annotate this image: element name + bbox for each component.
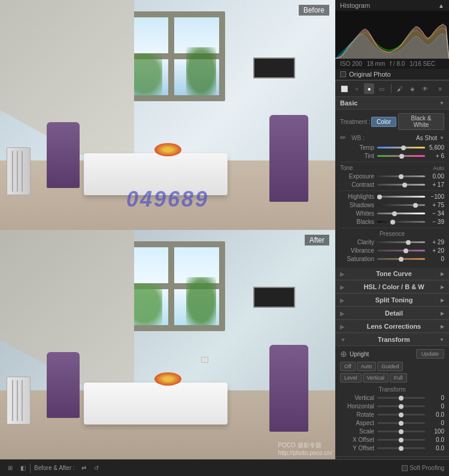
- watermark-text: 049689: [126, 187, 209, 212]
- heal-tool-icon[interactable]: ○: [351, 83, 362, 94]
- hsl-arrow: ▶: [441, 284, 444, 290]
- whites-slider[interactable]: [377, 213, 425, 214]
- upright-off-btn[interactable]: Off: [340, 362, 356, 371]
- right-panel: Histogram ▲ ISO 200: [335, 0, 449, 459]
- highlights-value: −100: [425, 193, 444, 200]
- soft-proofing-row[interactable]: Soft Proofing: [402, 465, 444, 471]
- tone-curve-header[interactable]: ▶ Tone Curve ▶: [335, 268, 449, 280]
- lens-corrections-header[interactable]: ▶ Lens Corrections ▶: [335, 320, 449, 333]
- yoffset-value: 0.0: [425, 445, 444, 451]
- detail-header[interactable]: ▶ Detail ▶: [335, 307, 449, 320]
- update-button[interactable]: Update: [416, 349, 444, 359]
- whites-value: − 34: [425, 210, 444, 217]
- shadows-slider[interactable]: [377, 204, 425, 206]
- rotate-label: Rotate: [340, 411, 377, 418]
- focal-value: 18 mm: [367, 60, 386, 67]
- temp-slider-row: Temp 5,600: [340, 144, 444, 151]
- saturation-label: Saturation: [340, 256, 377, 262]
- color-treatment-btn[interactable]: Color: [371, 117, 396, 127]
- aspect-slider[interactable]: [377, 422, 425, 424]
- filter-tool-icon[interactable]: ◈: [408, 83, 418, 94]
- saturation-slider[interactable]: [377, 258, 425, 260]
- xoffset-slider[interactable]: [377, 439, 425, 441]
- compare-view-icon[interactable]: ◧: [17, 463, 28, 474]
- vibrance-label: Vibrance: [340, 247, 377, 254]
- bw-treatment-btn[interactable]: Black & White: [398, 113, 444, 130]
- bottom-icons: ⊞ ◧: [5, 463, 31, 474]
- after-photo: After POCO 摄影专题 http://photo.poco.cn/: [0, 230, 335, 460]
- yoffset-label: Y Offset: [340, 445, 377, 451]
- gradient-tool-icon[interactable]: ▭: [377, 83, 387, 94]
- tint-value: + 6: [425, 153, 444, 159]
- eyedropper-icon[interactable]: ✏: [340, 134, 348, 142]
- upright-auto-btn[interactable]: Auto: [357, 362, 377, 371]
- tint-slider[interactable]: [377, 155, 425, 157]
- wb-value: As Shot: [369, 135, 437, 141]
- hsl-header[interactable]: ▶ HSL / Color / B & W ▶: [335, 281, 449, 293]
- split-toning-header[interactable]: ▶ Split Toning ▶: [335, 294, 449, 307]
- highlights-label: Highlights: [340, 193, 377, 200]
- iso-value: ISO 200: [340, 60, 362, 67]
- treatment-row: Treatment : Color Black & White: [340, 113, 444, 130]
- rotate-slider[interactable]: [377, 414, 425, 416]
- develop-tool-icon[interactable]: ●: [364, 83, 374, 94]
- temp-slider[interactable]: [377, 147, 425, 148]
- transform-title: Transform: [378, 336, 410, 343]
- vibrance-slider-row: Vibrance + 20: [340, 247, 444, 254]
- upright-full-btn[interactable]: Full: [390, 373, 407, 383]
- wb-dropdown-icon[interactable]: ▼: [439, 135, 444, 141]
- upright-guided-btn[interactable]: Guided: [377, 362, 403, 371]
- soft-proof-checkbox[interactable]: [402, 465, 408, 471]
- settings-tool-icon[interactable]: ≡: [435, 83, 445, 94]
- tone-label: Tone: [340, 165, 353, 171]
- transform-section: ▼ Transform ▼ ⊕ Upright Update Off Auto …: [335, 333, 449, 456]
- upright-buttons-row1: Off Auto Guided: [340, 362, 444, 371]
- exposure-slider[interactable]: [377, 175, 425, 177]
- basic-section-header[interactable]: Basic ▼: [335, 97, 449, 110]
- original-photo-checkbox[interactable]: [340, 71, 346, 77]
- upright-level-btn[interactable]: Level: [340, 373, 362, 383]
- split-toning-arrow: ▶: [441, 298, 444, 303]
- horizontal-slider[interactable]: [377, 405, 425, 407]
- redeye-tool-icon[interactable]: 👁: [420, 83, 430, 94]
- tone-header-row: Tone Auto: [340, 165, 444, 171]
- tone-auto-btn[interactable]: Auto: [433, 165, 444, 171]
- upright-vertical-btn[interactable]: Vertical: [363, 373, 389, 383]
- contrast-value: + 17: [425, 181, 444, 188]
- highlights-slider[interactable]: [377, 196, 425, 198]
- swap-before-after-icon[interactable]: ⇄: [78, 463, 89, 474]
- clarity-label: Clarity: [340, 239, 377, 245]
- hsl-indicator: ▶: [340, 284, 345, 290]
- shadows-label: Shadows: [340, 202, 377, 208]
- vertical-slider-row: Vertical 0: [340, 395, 444, 401]
- bottom-sep-1: [30, 463, 31, 473]
- contrast-slider[interactable]: [377, 184, 425, 186]
- yoffset-slider[interactable]: [377, 447, 425, 449]
- blacks-slider[interactable]: [377, 221, 425, 223]
- split-toning-indicator: ▶: [340, 297, 345, 304]
- shutter-value: 1/16 SEC: [409, 60, 435, 67]
- vertical-slider[interactable]: [377, 397, 425, 399]
- transform-header[interactable]: ▼ Transform ▼: [335, 333, 449, 346]
- hsl-section: ▶ HSL / Color / B & W ▶: [335, 281, 449, 294]
- before-after-icons: ⇄ ↺: [78, 463, 102, 474]
- original-photo-row[interactable]: Original Photo: [335, 69, 449, 80]
- clarity-slider[interactable]: [377, 241, 425, 243]
- whites-slider-row: Whites − 34: [340, 210, 444, 217]
- aspect-label: Aspect: [340, 420, 377, 426]
- lens-corrections-arrow: ▶: [441, 324, 444, 329]
- detail-arrow: ▶: [441, 311, 444, 316]
- cycle-view-icon[interactable]: ↺: [91, 463, 102, 474]
- crop-tool-icon[interactable]: ⬜: [339, 83, 349, 94]
- scale-slider[interactable]: [377, 430, 425, 432]
- upright-label: Upright: [350, 351, 369, 357]
- after-label: After: [305, 235, 329, 245]
- wb-label: WB :: [351, 135, 369, 141]
- tint-slider-row: Tint + 6: [340, 153, 444, 159]
- brush-tool-icon[interactable]: 🖌: [395, 83, 405, 94]
- lens-corrections-section: ▶ Lens Corrections ▶: [335, 320, 449, 333]
- before-label: Before: [299, 5, 329, 16]
- blacks-label: Blacks: [340, 219, 377, 225]
- grid-view-icon[interactable]: ⊞: [5, 463, 16, 474]
- vibrance-slider[interactable]: [377, 250, 425, 251]
